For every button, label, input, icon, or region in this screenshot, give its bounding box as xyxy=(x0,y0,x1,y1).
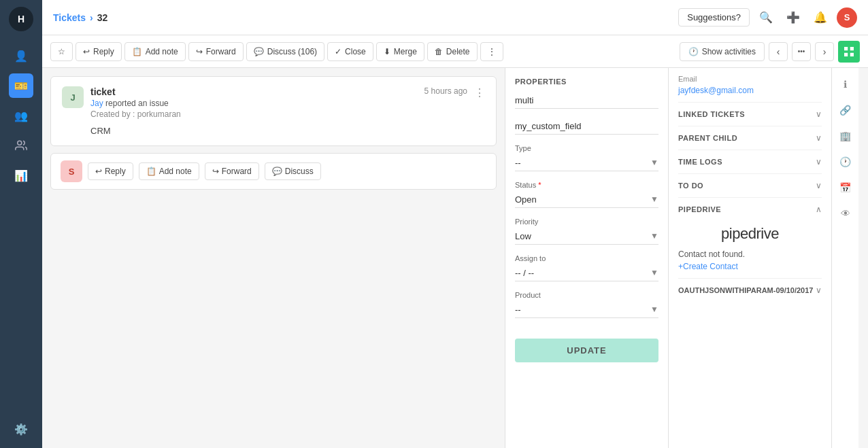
contact-not-found: Contact not found. xyxy=(678,249,822,259)
app-logo[interactable]: H xyxy=(9,7,33,31)
product-label: Product xyxy=(515,291,658,299)
status-select-wrapper: Open ▼ xyxy=(515,192,658,208)
oauth-title: OAUTHJSONWITHIPARAM-09/10/2017 xyxy=(678,286,813,294)
oauth-header[interactable]: OAUTHJSONWITHIPARAM-09/10/2017 ∨ xyxy=(678,286,822,295)
linked-tickets-header[interactable]: LINKED TICKETS ∨ xyxy=(678,109,822,119)
merge-button[interactable]: ⬇ Merge xyxy=(376,42,424,61)
right-panel: Email jayfdesk@gmail.com LINKED TICKETS … xyxy=(668,68,831,448)
type-label: Type xyxy=(515,144,658,152)
pipedrive-title: PIPEDRIVE xyxy=(678,205,721,213)
parent-child-title: PARENT CHILD xyxy=(678,134,737,142)
ticket-header: J ticket Jay reported an issue Created b… xyxy=(62,86,485,119)
add-icon[interactable]: ➕ xyxy=(782,7,804,29)
svg-point-0 xyxy=(18,141,22,145)
assign-label: Assign to xyxy=(515,254,658,262)
toolbar-right: 🕐 Show activities ‹ ••• › xyxy=(680,41,860,63)
forward-button[interactable]: ↪ Forward xyxy=(188,42,244,61)
sidebar-item-ticket[interactable]: 🎫 xyxy=(9,73,33,98)
ticket-more-menu[interactable]: ⋮ xyxy=(474,86,485,99)
discuss-button[interactable]: 💬 Discuss (106) xyxy=(246,42,324,61)
prev-ticket-button[interactable]: ‹ xyxy=(769,42,788,61)
notifications-icon[interactable]: 🔔 xyxy=(809,7,831,29)
time-logs-header[interactable]: TIME LOGS ∨ xyxy=(678,157,822,167)
reply-bar-reply-button[interactable]: ↩ Reply xyxy=(88,162,133,180)
reply-bar-add-note-button[interactable]: 📋 Add note xyxy=(139,162,199,180)
next-ticket-button[interactable]: › xyxy=(815,42,834,61)
assign-field: Assign to -- / -- ▼ xyxy=(515,254,658,281)
properties-panel: PROPERTIES Type -- ▼ Status xyxy=(505,68,668,448)
svg-rect-2 xyxy=(850,47,854,50)
close-button[interactable]: ✓ Close xyxy=(327,42,373,61)
chevron-down-icon: ∨ xyxy=(816,181,822,190)
assign-select-wrapper: -- / -- ▼ xyxy=(515,265,658,281)
forward-icon: ↪ xyxy=(212,167,219,176)
pipedrive-logo: pipedrive xyxy=(678,214,822,249)
clock-icon[interactable]: 🕐 xyxy=(836,152,855,171)
reply-button[interactable]: ↩ Reply xyxy=(76,42,122,61)
sidebar-item-reports[interactable]: 📊 xyxy=(9,163,33,188)
ticket-subtitle: Jay reported an issue xyxy=(90,99,418,108)
ticket-time: 5 hours ago xyxy=(424,86,467,96)
pipedrive-logo-text: pipedrive xyxy=(678,225,822,243)
suggestions-button[interactable]: Suggestions? xyxy=(678,8,750,27)
multi-field xyxy=(515,92,658,109)
product-select[interactable]: -- xyxy=(515,302,658,318)
reporter-action: reported an issue xyxy=(105,99,169,108)
to-do-header[interactable]: TO DO ∨ xyxy=(678,181,822,190)
chevron-down-icon: ∨ xyxy=(816,157,822,167)
multi-input[interactable] xyxy=(515,92,658,109)
reply-bar-discuss-button[interactable]: 💬 Discuss xyxy=(265,162,321,180)
time-logs-section: TIME LOGS ∨ xyxy=(678,150,822,173)
grid-view-button[interactable] xyxy=(838,41,860,63)
email-label: Email xyxy=(678,75,822,83)
avatar: S xyxy=(61,160,82,182)
parent-child-header[interactable]: PARENT CHILD ∨ xyxy=(678,133,822,143)
star-button[interactable]: ☆ xyxy=(50,42,73,61)
reply-icon: ↩ xyxy=(95,167,102,176)
sidebar-item-settings[interactable]: ⚙️ xyxy=(9,417,33,441)
top-nav: Tickets › 32 Suggestions? 🔍 ➕ 🔔 S xyxy=(42,0,868,35)
left-sidebar: H 👤 🎫 👥 📊 ⚙️ xyxy=(0,0,42,448)
update-button[interactable]: UPDATE xyxy=(515,339,658,362)
sidebar-item-teams[interactable] xyxy=(9,133,33,158)
building-icon[interactable]: 🏢 xyxy=(836,126,855,145)
calendar-icon[interactable]: 📅 xyxy=(836,178,855,197)
chevron-down-icon: ∨ xyxy=(816,109,822,119)
more-pages-button[interactable]: ••• xyxy=(792,42,811,61)
delete-button[interactable]: 🗑 Delete xyxy=(427,42,478,61)
discuss-icon: 💬 xyxy=(254,47,264,56)
sidebar-item-user[interactable]: 👤 xyxy=(9,44,33,68)
user-avatar[interactable]: S xyxy=(837,7,857,28)
custom-field-input[interactable] xyxy=(515,118,658,135)
content-area: J ticket Jay reported an issue Created b… xyxy=(42,68,868,448)
reply-bar: S ↩ Reply 📋 Add note ↪ Forward 💬 Discuss xyxy=(50,153,497,190)
search-icon[interactable]: 🔍 xyxy=(755,7,777,29)
note-icon: 📋 xyxy=(146,167,156,176)
type-select[interactable]: -- xyxy=(515,155,658,171)
email-value[interactable]: jayfdesk@gmail.com xyxy=(678,86,822,95)
chevron-down-icon: ∨ xyxy=(816,286,822,295)
eye-icon[interactable]: 👁 xyxy=(836,204,855,223)
merge-icon: ⬇ xyxy=(384,47,390,56)
reply-bar-forward-button[interactable]: ↪ Forward xyxy=(205,162,259,180)
show-activities-button[interactable]: 🕐 Show activities xyxy=(680,42,765,61)
status-select[interactable]: Open xyxy=(515,192,658,208)
link-icon[interactable]: 🔗 xyxy=(836,101,855,120)
sidebar-item-contacts[interactable]: 👥 xyxy=(9,103,33,128)
priority-select[interactable]: Low xyxy=(515,228,658,245)
reporter-name[interactable]: Jay xyxy=(90,99,103,108)
chevron-down-icon: ∨ xyxy=(816,133,822,143)
assign-select[interactable]: -- / -- xyxy=(515,265,658,281)
product-field: Product -- ▼ xyxy=(515,291,658,318)
breadcrumb-tickets-link[interactable]: Tickets xyxy=(53,12,86,23)
pipedrive-header[interactable]: PIPEDRIVE ∧ xyxy=(678,205,822,214)
info-icon[interactable]: ℹ xyxy=(836,75,855,94)
close-icon: ✓ xyxy=(335,47,341,56)
create-contact-link[interactable]: +Create Contact xyxy=(678,262,822,271)
top-nav-right: Suggestions? 🔍 ➕ 🔔 S xyxy=(678,7,857,29)
add-note-button[interactable]: 📋 Add note xyxy=(124,42,186,61)
type-select-wrapper: -- ▼ xyxy=(515,155,658,171)
more-button[interactable]: ⋮ xyxy=(480,42,503,61)
right-icon-sidebar: ℹ 🔗 🏢 🕐 📅 👁 xyxy=(831,68,858,448)
product-select-wrapper: -- ▼ xyxy=(515,302,658,318)
